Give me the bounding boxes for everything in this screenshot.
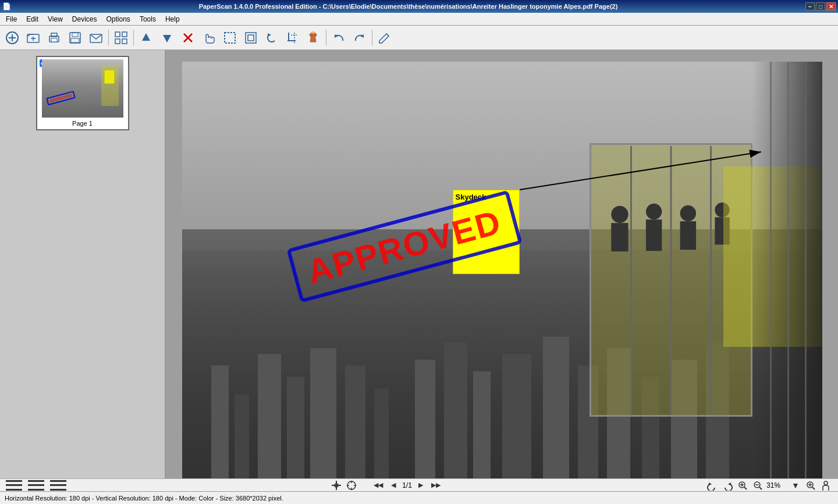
svg-rect-37 — [287, 377, 304, 478]
thumbnail-container: APPROVED Page 1 — [36, 56, 129, 130]
next-page-button[interactable]: ▶ — [414, 480, 427, 491]
svg-rect-43 — [473, 371, 491, 478]
svg-marker-18 — [163, 35, 171, 42]
undo-button[interactable] — [329, 28, 349, 48]
sidebar: APPROVED Page 1 — [0, 50, 166, 478]
rotate-left-nav[interactable] — [706, 480, 719, 491]
rotate-left-button[interactable] — [262, 28, 282, 48]
svg-rect-38 — [310, 348, 336, 478]
hand-tool-button[interactable] — [199, 28, 219, 48]
svg-rect-23 — [248, 35, 254, 41]
zoom-in-nav[interactable] — [804, 480, 817, 491]
svg-rect-10 — [72, 33, 78, 37]
frame-line-3 — [805, 62, 807, 478]
separator-1 — [108, 30, 109, 46]
new-scan-button[interactable] — [2, 28, 22, 48]
svg-rect-7 — [51, 38, 57, 42]
maximize-button[interactable]: □ — [816, 2, 825, 10]
nav-list-icons — [6, 480, 66, 491]
first-page-button[interactable]: ◀◀ — [372, 480, 385, 491]
minimize-button[interactable]: − — [805, 2, 815, 10]
pan-tool-nav[interactable] — [330, 480, 343, 491]
svg-point-54 — [611, 206, 628, 223]
separator-3 — [326, 30, 326, 46]
svg-marker-24 — [268, 33, 271, 37]
menu-help[interactable]: Help — [161, 14, 184, 24]
svg-rect-11 — [71, 38, 79, 42]
page-thumbnail[interactable]: APPROVED — [42, 59, 123, 118]
svg-rect-13 — [115, 32, 120, 37]
svg-rect-40 — [374, 389, 389, 478]
crop-button[interactable] — [283, 28, 303, 48]
save-button[interactable] — [65, 28, 85, 48]
svg-rect-14 — [122, 32, 127, 37]
bottom-nav: ◀◀ ◀ 1/1 ▶ ▶▶ 31% ▼ — [0, 478, 838, 491]
close-button[interactable]: ✕ — [826, 2, 836, 10]
svg-rect-22 — [246, 33, 256, 43]
frame-line-2 — [787, 62, 789, 478]
svg-marker-17 — [142, 33, 150, 41]
print-button[interactable] — [44, 28, 64, 48]
zoom-fit-button[interactable] — [736, 480, 749, 491]
svg-rect-59 — [680, 221, 695, 250]
status-text: Horizontal Resolution: 180 dpi - Vertica… — [5, 495, 283, 502]
zoom-level-display: 31% — [766, 481, 787, 489]
move-down-button[interactable] — [157, 28, 177, 48]
zoom-controls: 31% ▼ — [706, 480, 832, 491]
select-all-button[interactable] — [241, 28, 261, 48]
svg-rect-34 — [211, 365, 229, 478]
last-page-button[interactable]: ▶▶ — [429, 480, 442, 491]
statusbar: Horizontal Resolution: 180 dpi - Vertica… — [0, 491, 838, 504]
page-label: Page 1 — [72, 120, 93, 127]
zoom-dropdown-button[interactable]: ▼ — [789, 480, 802, 491]
move-up-button[interactable] — [136, 28, 156, 48]
list-icon-2[interactable] — [28, 480, 44, 491]
page-navigation: ◀◀ ◀ 1/1 ▶ ▶▶ — [330, 480, 442, 491]
prev-page-button[interactable]: ◀ — [387, 480, 400, 491]
svg-rect-44 — [502, 354, 531, 478]
list-icon-3[interactable] — [50, 480, 66, 491]
svg-point-58 — [680, 205, 695, 221]
separator-2 — [133, 30, 134, 46]
main-area: APPROVED Page 1 — [0, 50, 838, 478]
thumbnail-stamp: APPROVED — [46, 91, 76, 105]
redo-button[interactable] — [350, 28, 370, 48]
send-button[interactable] — [86, 28, 106, 48]
menubar: File Edit View Devices Options Tools Hel… — [0, 13, 838, 26]
list-icon-1[interactable] — [6, 480, 22, 491]
svg-rect-35 — [235, 395, 249, 479]
menu-devices[interactable]: Devices — [68, 14, 102, 24]
separator-4 — [372, 30, 372, 46]
select-rect-button[interactable] — [220, 28, 240, 48]
titlebar-title: PaperScan 1.4.0.0 Professional Edition -… — [199, 3, 618, 10]
svg-rect-15 — [115, 39, 120, 44]
annotate-button[interactable] — [375, 28, 395, 48]
rotate-right-nav[interactable] — [721, 480, 734, 491]
menu-edit[interactable]: Edit — [22, 14, 43, 24]
svg-marker-73 — [728, 482, 731, 485]
right-frame — [752, 62, 822, 478]
menu-tools[interactable]: Tools — [135, 14, 161, 24]
menu-view[interactable]: View — [43, 14, 68, 24]
app-icon: 📄 — [2, 2, 11, 10]
zoom-out-nav[interactable] — [751, 480, 764, 491]
svg-rect-36 — [258, 354, 281, 478]
svg-rect-9 — [70, 33, 80, 43]
svg-point-56 — [645, 204, 661, 219]
crosshair-nav[interactable] — [345, 480, 358, 491]
svg-rect-55 — [611, 223, 628, 251]
svg-rect-39 — [345, 365, 365, 478]
page-indicator: 1/1 — [402, 481, 412, 489]
zoom-fit-person[interactable] — [819, 480, 832, 491]
delete-button[interactable] — [178, 28, 198, 48]
svg-marker-72 — [709, 482, 712, 485]
paint-button[interactable] — [304, 28, 324, 48]
frame-line-1 — [770, 62, 772, 478]
document-canvas[interactable]: Skydeck APPROVED — [182, 62, 822, 478]
svg-rect-41 — [415, 360, 435, 478]
open-button[interactable] — [23, 28, 43, 48]
grid-view-button[interactable] — [111, 28, 131, 48]
menu-options[interactable]: Options — [102, 14, 135, 24]
menu-file[interactable]: File — [1, 14, 22, 24]
svg-point-85 — [824, 481, 828, 485]
